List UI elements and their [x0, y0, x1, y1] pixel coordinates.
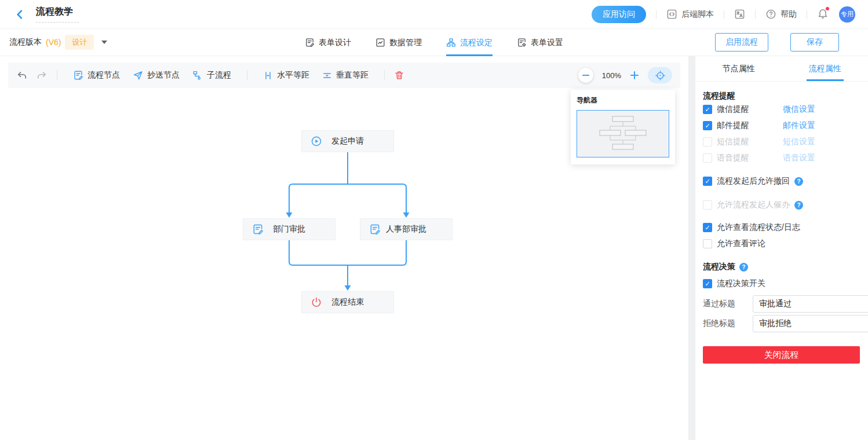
sms-setting-link: 短信设置	[783, 137, 815, 147]
add-flow-node-button[interactable]: 流程节点	[73, 70, 120, 80]
help-icon[interactable]: ?	[794, 201, 803, 210]
pass-title-label: 通过标题	[703, 299, 753, 309]
option-view-status-log: ✓ 允许查看流程状态/日志	[703, 219, 860, 236]
flow-node-start[interactable]: 发起申请	[301, 130, 394, 152]
tab-data-management[interactable]: 数据管理	[375, 29, 422, 56]
navigator-title: 导航器	[577, 96, 669, 105]
vertical-spacing-icon	[322, 71, 332, 80]
delete-icon[interactable]	[394, 70, 404, 80]
decision-switch-label: 流程决策开关	[717, 278, 765, 289]
add-subflow-button[interactable]: 子流程	[192, 70, 231, 80]
tab-flow-properties[interactable]: 流程属性	[782, 56, 868, 81]
tab-form-setting[interactable]: 表单设置	[517, 29, 563, 56]
translate-button[interactable]	[734, 9, 745, 20]
properties-sidebar: 节点属性 流程属性 流程提醒 ✓ 微信提醒 微信设置 ✓ 邮件提醒 邮件设置 短…	[695, 56, 868, 440]
remind-row-email: ✓ 邮件提醒 邮件设置	[703, 118, 860, 134]
backend-script-button[interactable]: 后端脚本	[666, 9, 714, 20]
subflow-icon	[192, 70, 203, 80]
notification-bell-icon[interactable]	[817, 8, 829, 21]
horizontal-spacing-icon	[263, 71, 273, 80]
remind-label: 短信提醒	[717, 137, 783, 147]
option-view-comments: 允许查看评论	[703, 236, 860, 252]
node-label: 流程结束	[331, 297, 364, 307]
avatar[interactable]: 专用	[839, 6, 855, 23]
translate-icon	[734, 9, 745, 20]
option-label: 允许查看评论	[717, 239, 765, 249]
email-setting-link[interactable]: 邮件设置	[783, 120, 815, 131]
notification-dot	[825, 6, 830, 11]
sms-remind-checkbox[interactable]	[703, 137, 712, 146]
sub-bar: 流程版本 (V6) 设计 表单设计 数据管理 流程设定 表单设置 启用流程 保存	[0, 29, 868, 56]
help-button[interactable]: 帮助	[765, 9, 797, 20]
back-icon[interactable]	[14, 9, 25, 20]
email-remind-checkbox[interactable]: ✓	[703, 121, 712, 130]
question-circle-icon	[765, 9, 776, 20]
navigator-minimap[interactable]	[577, 110, 669, 157]
power-icon	[311, 296, 322, 308]
help-icon[interactable]: ?	[739, 263, 748, 272]
decision-switch-checkbox[interactable]: ✓	[703, 279, 712, 288]
backend-script-label: 后端脚本	[681, 9, 714, 20]
decision-section-title: 流程决策 ?	[703, 262, 860, 272]
design-badge: 设计	[65, 35, 94, 50]
flow-canvas[interactable]: 流程节点 抄送节点 子流程 水平等距 垂直等距	[0, 56, 688, 440]
reject-title-input[interactable]	[753, 315, 868, 332]
v-space-label: 垂直等距	[336, 70, 369, 80]
flow-node-dept-approval[interactable]: 部门审批	[243, 218, 335, 240]
page-title[interactable]: 流程教学	[36, 6, 79, 23]
version-selector[interactable]: 流程版本 (V6) 设计	[9, 35, 107, 50]
wechat-setting-link[interactable]: 微信设置	[783, 104, 815, 115]
version-label: 流程版本	[9, 37, 42, 47]
save-button[interactable]: 保存	[790, 33, 839, 52]
top-bar: 流程教学 应用访问 后端脚本 帮助 专用	[0, 0, 868, 29]
navigator-toggle-button[interactable]	[648, 67, 672, 83]
tab-node-properties[interactable]: 节点属性	[695, 56, 782, 81]
divider	[247, 70, 247, 80]
version-dropdown-caret[interactable]	[101, 41, 107, 44]
pass-title-input[interactable]	[753, 295, 868, 313]
close-flow-button[interactable]: 关闭流程	[703, 346, 860, 364]
undo-icon[interactable]	[16, 69, 28, 81]
help-icon[interactable]: ?	[794, 177, 803, 186]
zoom-out-button[interactable]	[578, 68, 593, 83]
divider	[384, 70, 385, 80]
doc-edit-icon	[305, 38, 315, 47]
remind-row-sms: 短信提醒 短信设置	[703, 134, 860, 150]
redo-icon[interactable]	[36, 69, 48, 81]
divider	[724, 10, 724, 19]
node-label: 人事部审批	[386, 224, 426, 234]
option-label: 允许查看流程状态/日志	[717, 222, 800, 233]
add-cc-node-button[interactable]: 抄送节点	[133, 70, 180, 80]
voice-remind-checkbox[interactable]	[703, 153, 712, 163]
doc-edit-icon	[252, 223, 264, 235]
view-comments-checkbox[interactable]	[703, 239, 712, 248]
panel-splitter[interactable]	[688, 56, 695, 440]
decision-switch-row: ✓ 流程决策开关	[703, 276, 860, 292]
remind-row-wechat: ✓ 微信提醒 微信设置	[703, 101, 860, 118]
tab-label: 表单设置	[531, 38, 563, 48]
allow-urge-checkbox[interactable]	[703, 200, 712, 210]
flow-node-end[interactable]: 流程结束	[301, 291, 394, 313]
tab-label: 数据管理	[389, 38, 422, 48]
horizontal-space-button[interactable]: 水平等距	[263, 70, 309, 80]
wechat-remind-checkbox[interactable]: ✓	[703, 105, 712, 114]
canvas-toolbar: 流程节点 抄送节点 子流程 水平等距 垂直等距	[8, 63, 680, 88]
zoom-in-button[interactable]	[630, 71, 639, 80]
app-access-button[interactable]: 应用访问	[592, 6, 646, 23]
paper-plane-icon	[133, 70, 143, 80]
flow-node-hr-approval[interactable]: 人事部审批	[360, 218, 453, 240]
option-allow-urge: 允许流程发起人催办 ?	[703, 197, 860, 213]
view-status-checkbox[interactable]: ✓	[703, 223, 712, 232]
allow-withdraw-checkbox[interactable]: ✓	[703, 177, 712, 186]
decision-title-label: 流程决策	[703, 262, 735, 272]
vertical-space-button[interactable]: 垂直等距	[322, 70, 369, 80]
node-label: 发起申请	[331, 136, 364, 146]
tab-flow-setting[interactable]: 流程设定	[446, 29, 493, 56]
remind-label: 语音提醒	[717, 153, 783, 163]
option-label: 流程发起后允许撤回	[717, 176, 790, 186]
data-chart-icon	[375, 38, 385, 47]
divider	[57, 70, 57, 80]
tab-form-design[interactable]: 表单设计	[305, 29, 351, 56]
subflow-label: 子流程	[207, 70, 231, 80]
enable-flow-button[interactable]: 启用流程	[715, 33, 768, 52]
